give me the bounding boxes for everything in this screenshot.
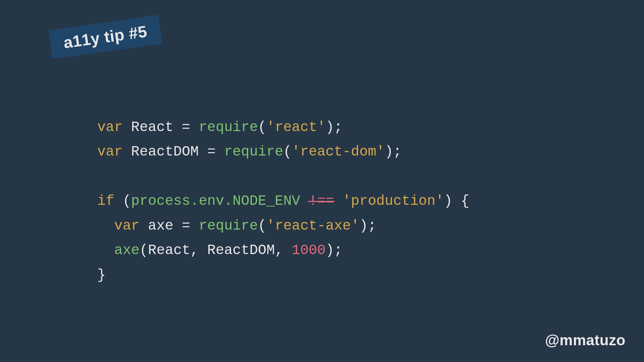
keyword-var: var bbox=[97, 119, 123, 135]
tip-badge-label: a11y tip #5 bbox=[62, 22, 148, 52]
string-react-axe: 'react-axe' bbox=[266, 218, 359, 234]
identifier-axe: axe bbox=[148, 218, 173, 234]
paren-open: ( bbox=[140, 242, 148, 258]
fn-axe-call: axe bbox=[114, 242, 140, 258]
operator-equals: = bbox=[207, 144, 216, 160]
semicolon: ; bbox=[334, 119, 342, 135]
semicolon: ; bbox=[368, 218, 376, 234]
fn-require: require bbox=[224, 144, 283, 160]
operator-not-equal: !== bbox=[309, 189, 334, 214]
string-react: 'react' bbox=[266, 119, 325, 135]
string-react-dom: 'react-dom' bbox=[292, 144, 385, 160]
brace-open: { bbox=[461, 193, 469, 209]
paren-open: ( bbox=[258, 218, 266, 234]
comma: , bbox=[275, 242, 283, 258]
fn-require: require bbox=[199, 119, 258, 135]
comma: , bbox=[190, 242, 199, 258]
expr-process-env: process.env.NODE_ENV bbox=[131, 193, 300, 209]
paren-open: ( bbox=[283, 144, 292, 160]
keyword-var: var bbox=[114, 218, 140, 234]
identifier-reactdom: ReactDOM bbox=[131, 144, 199, 160]
arg-react: React bbox=[148, 242, 190, 258]
arg-timeout: 1000 bbox=[292, 242, 326, 258]
paren-close: ) bbox=[326, 119, 334, 135]
paren-close: ) bbox=[385, 144, 393, 160]
paren-open: ( bbox=[258, 119, 266, 135]
code-block: var React = require('react'); var ReactD… bbox=[97, 90, 469, 288]
keyword-if: if bbox=[97, 193, 114, 209]
paren-close: ) bbox=[444, 193, 452, 209]
keyword-var: var bbox=[97, 144, 123, 160]
semicolon: ; bbox=[334, 242, 342, 258]
author-handle: @mmatuzo bbox=[545, 332, 626, 349]
indent bbox=[97, 242, 114, 258]
semicolon: ; bbox=[393, 144, 401, 160]
paren-open: ( bbox=[123, 193, 131, 209]
arg-reactdom: ReactDOM bbox=[207, 242, 275, 258]
indent bbox=[97, 218, 114, 234]
identifier-react: React bbox=[131, 119, 173, 135]
operator-equals: = bbox=[182, 218, 190, 234]
paren-close: ) bbox=[326, 242, 334, 258]
tip-badge: a11y tip #5 bbox=[48, 15, 162, 59]
paren-close: ) bbox=[359, 218, 368, 234]
operator-equals: = bbox=[182, 119, 190, 135]
fn-require: require bbox=[199, 218, 258, 234]
brace-close: } bbox=[97, 267, 106, 283]
string-production: 'production' bbox=[342, 193, 444, 209]
